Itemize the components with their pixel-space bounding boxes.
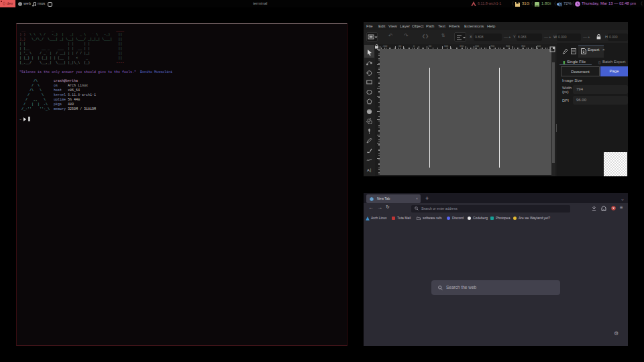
svg-text:-100: -100 [382,45,387,48]
svg-text:0: 0 [413,45,415,48]
svg-text:200: 200 [475,45,479,48]
svg-text:100: 100 [444,45,448,48]
svg-text:250: 250 [490,45,494,48]
svg-text:-50: -50 [398,45,401,48]
svg-text:350: 350 [521,45,525,48]
svg-text:50: 50 [429,45,431,48]
svg-text:300: 300 [506,45,510,48]
svg-text:150: 150 [460,45,464,48]
svg-text:400: 400 [537,45,541,48]
